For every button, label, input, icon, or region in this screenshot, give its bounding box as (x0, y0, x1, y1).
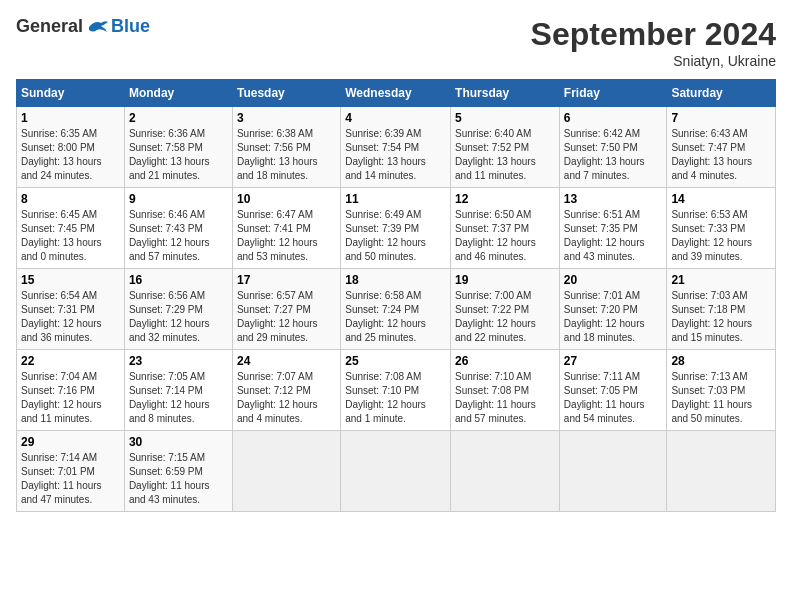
calendar-header-row: Sunday Monday Tuesday Wednesday Thursday… (17, 80, 776, 107)
day-info: Sunrise: 6:35 AMSunset: 8:00 PMDaylight:… (21, 127, 120, 183)
day-info: Sunrise: 6:38 AMSunset: 7:56 PMDaylight:… (237, 127, 336, 183)
day-number: 8 (21, 192, 120, 206)
day-number: 22 (21, 354, 120, 368)
day-number: 7 (671, 111, 771, 125)
title-area: September 2024 Sniatyn, Ukraine (531, 16, 776, 69)
table-row: 15Sunrise: 6:54 AMSunset: 7:31 PMDayligh… (17, 269, 125, 350)
table-row: 16Sunrise: 6:56 AMSunset: 7:29 PMDayligh… (124, 269, 232, 350)
table-row: 11Sunrise: 6:49 AMSunset: 7:39 PMDayligh… (341, 188, 451, 269)
day-number: 19 (455, 273, 555, 287)
table-row: 18Sunrise: 6:58 AMSunset: 7:24 PMDayligh… (341, 269, 451, 350)
table-row (232, 431, 340, 512)
logo-general-text: General (16, 16, 83, 37)
day-info: Sunrise: 6:39 AMSunset: 7:54 PMDaylight:… (345, 127, 446, 183)
logo: General Blue (16, 16, 150, 37)
table-row: 1Sunrise: 6:35 AMSunset: 8:00 PMDaylight… (17, 107, 125, 188)
day-info: Sunrise: 6:53 AMSunset: 7:33 PMDaylight:… (671, 208, 771, 264)
table-row (559, 431, 667, 512)
table-row: 4Sunrise: 6:39 AMSunset: 7:54 PMDaylight… (341, 107, 451, 188)
day-number: 13 (564, 192, 663, 206)
table-row: 12Sunrise: 6:50 AMSunset: 7:37 PMDayligh… (451, 188, 560, 269)
day-number: 18 (345, 273, 446, 287)
table-row: 29Sunrise: 7:14 AMSunset: 7:01 PMDayligh… (17, 431, 125, 512)
location-subtitle: Sniatyn, Ukraine (531, 53, 776, 69)
col-monday: Monday (124, 80, 232, 107)
day-number: 29 (21, 435, 120, 449)
calendar-week-row: 1Sunrise: 6:35 AMSunset: 8:00 PMDaylight… (17, 107, 776, 188)
table-row (341, 431, 451, 512)
day-number: 6 (564, 111, 663, 125)
calendar-week-row: 22Sunrise: 7:04 AMSunset: 7:16 PMDayligh… (17, 350, 776, 431)
day-info: Sunrise: 6:51 AMSunset: 7:35 PMDaylight:… (564, 208, 663, 264)
table-row: 23Sunrise: 7:05 AMSunset: 7:14 PMDayligh… (124, 350, 232, 431)
table-row: 3Sunrise: 6:38 AMSunset: 7:56 PMDaylight… (232, 107, 340, 188)
table-row: 26Sunrise: 7:10 AMSunset: 7:08 PMDayligh… (451, 350, 560, 431)
col-thursday: Thursday (451, 80, 560, 107)
day-info: Sunrise: 7:03 AMSunset: 7:18 PMDaylight:… (671, 289, 771, 345)
table-row: 6Sunrise: 6:42 AMSunset: 7:50 PMDaylight… (559, 107, 667, 188)
table-row: 5Sunrise: 6:40 AMSunset: 7:52 PMDaylight… (451, 107, 560, 188)
day-info: Sunrise: 7:07 AMSunset: 7:12 PMDaylight:… (237, 370, 336, 426)
table-row: 22Sunrise: 7:04 AMSunset: 7:16 PMDayligh… (17, 350, 125, 431)
day-info: Sunrise: 7:00 AMSunset: 7:22 PMDaylight:… (455, 289, 555, 345)
day-number: 10 (237, 192, 336, 206)
logo-bird-icon (87, 18, 109, 36)
logo-blue-text: Blue (111, 16, 150, 37)
table-row: 2Sunrise: 6:36 AMSunset: 7:58 PMDaylight… (124, 107, 232, 188)
day-info: Sunrise: 7:08 AMSunset: 7:10 PMDaylight:… (345, 370, 446, 426)
day-info: Sunrise: 7:04 AMSunset: 7:16 PMDaylight:… (21, 370, 120, 426)
table-row: 30Sunrise: 7:15 AMSunset: 6:59 PMDayligh… (124, 431, 232, 512)
day-info: Sunrise: 6:49 AMSunset: 7:39 PMDaylight:… (345, 208, 446, 264)
calendar-week-row: 29Sunrise: 7:14 AMSunset: 7:01 PMDayligh… (17, 431, 776, 512)
day-info: Sunrise: 6:43 AMSunset: 7:47 PMDaylight:… (671, 127, 771, 183)
day-number: 27 (564, 354, 663, 368)
month-title: September 2024 (531, 16, 776, 53)
day-info: Sunrise: 6:57 AMSunset: 7:27 PMDaylight:… (237, 289, 336, 345)
page-container: General Blue September 2024 Sniatyn, Ukr… (0, 0, 792, 522)
table-row: 17Sunrise: 6:57 AMSunset: 7:27 PMDayligh… (232, 269, 340, 350)
table-row: 9Sunrise: 6:46 AMSunset: 7:43 PMDaylight… (124, 188, 232, 269)
table-row: 14Sunrise: 6:53 AMSunset: 7:33 PMDayligh… (667, 188, 776, 269)
day-number: 4 (345, 111, 446, 125)
day-info: Sunrise: 7:01 AMSunset: 7:20 PMDaylight:… (564, 289, 663, 345)
day-info: Sunrise: 6:42 AMSunset: 7:50 PMDaylight:… (564, 127, 663, 183)
day-info: Sunrise: 6:54 AMSunset: 7:31 PMDaylight:… (21, 289, 120, 345)
day-number: 25 (345, 354, 446, 368)
page-header: General Blue September 2024 Sniatyn, Ukr… (16, 16, 776, 69)
day-info: Sunrise: 6:46 AMSunset: 7:43 PMDaylight:… (129, 208, 228, 264)
day-info: Sunrise: 6:47 AMSunset: 7:41 PMDaylight:… (237, 208, 336, 264)
table-row: 28Sunrise: 7:13 AMSunset: 7:03 PMDayligh… (667, 350, 776, 431)
col-saturday: Saturday (667, 80, 776, 107)
day-info: Sunrise: 6:50 AMSunset: 7:37 PMDaylight:… (455, 208, 555, 264)
day-number: 5 (455, 111, 555, 125)
day-number: 26 (455, 354, 555, 368)
day-number: 15 (21, 273, 120, 287)
col-wednesday: Wednesday (341, 80, 451, 107)
table-row: 7Sunrise: 6:43 AMSunset: 7:47 PMDaylight… (667, 107, 776, 188)
table-row: 25Sunrise: 7:08 AMSunset: 7:10 PMDayligh… (341, 350, 451, 431)
day-number: 20 (564, 273, 663, 287)
calendar-table: Sunday Monday Tuesday Wednesday Thursday… (16, 79, 776, 512)
table-row: 10Sunrise: 6:47 AMSunset: 7:41 PMDayligh… (232, 188, 340, 269)
day-number: 14 (671, 192, 771, 206)
table-row: 21Sunrise: 7:03 AMSunset: 7:18 PMDayligh… (667, 269, 776, 350)
col-friday: Friday (559, 80, 667, 107)
col-tuesday: Tuesday (232, 80, 340, 107)
calendar-week-row: 8Sunrise: 6:45 AMSunset: 7:45 PMDaylight… (17, 188, 776, 269)
table-row (451, 431, 560, 512)
table-row: 8Sunrise: 6:45 AMSunset: 7:45 PMDaylight… (17, 188, 125, 269)
day-info: Sunrise: 6:58 AMSunset: 7:24 PMDaylight:… (345, 289, 446, 345)
day-number: 16 (129, 273, 228, 287)
table-row (667, 431, 776, 512)
col-sunday: Sunday (17, 80, 125, 107)
day-info: Sunrise: 7:14 AMSunset: 7:01 PMDaylight:… (21, 451, 120, 507)
day-info: Sunrise: 7:05 AMSunset: 7:14 PMDaylight:… (129, 370, 228, 426)
table-row: 19Sunrise: 7:00 AMSunset: 7:22 PMDayligh… (451, 269, 560, 350)
day-number: 3 (237, 111, 336, 125)
day-number: 17 (237, 273, 336, 287)
day-number: 12 (455, 192, 555, 206)
day-info: Sunrise: 6:36 AMSunset: 7:58 PMDaylight:… (129, 127, 228, 183)
day-number: 2 (129, 111, 228, 125)
day-info: Sunrise: 7:11 AMSunset: 7:05 PMDaylight:… (564, 370, 663, 426)
table-row: 24Sunrise: 7:07 AMSunset: 7:12 PMDayligh… (232, 350, 340, 431)
